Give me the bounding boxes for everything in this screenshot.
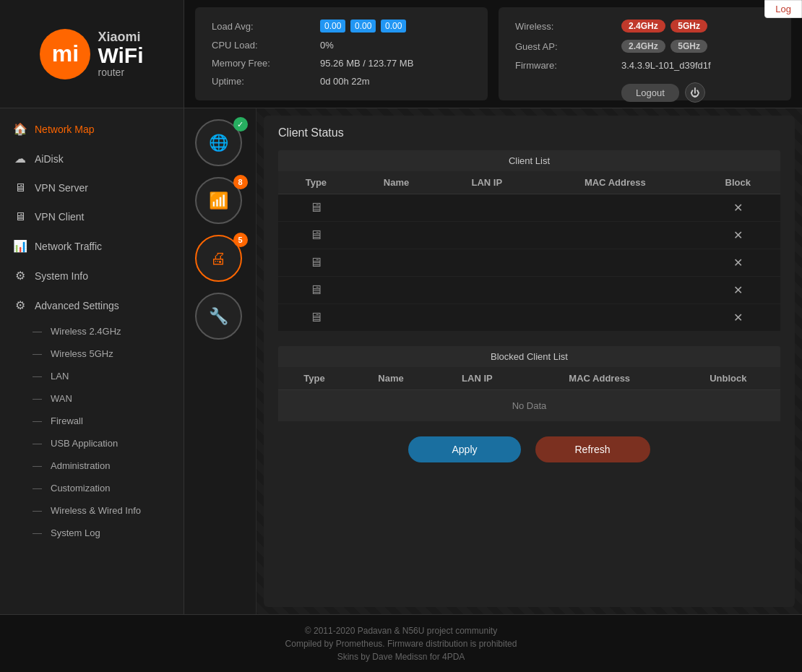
sidebar-item-vpn-server[interactable]: 🖥 VPN Server	[0, 173, 184, 202]
row-lan-ip	[439, 277, 535, 304]
sidebar-sub-lan[interactable]: — LAN	[0, 365, 184, 387]
sidebar-sub-wireless-wired-info[interactable]: — Wireless & Wired Info	[0, 499, 184, 522]
refresh-button[interactable]: Refresh	[535, 436, 650, 462]
sidebar-sub-customization[interactable]: — Customization	[0, 477, 184, 499]
sidebar-sub-usb-application[interactable]: — USB Application	[0, 432, 184, 455]
sidebar-item-network-traffic[interactable]: 📊 Network Traffic	[0, 231, 184, 261]
row-type-icon: 🖥	[278, 194, 354, 222]
row-name	[354, 277, 439, 304]
col-mac: MAC Address	[535, 171, 695, 194]
row-type-icon: 🖥	[278, 304, 354, 332]
content-row: 🌐 ✓ 📶 8 🖨	[184, 108, 802, 614]
wifi-icon-wrapper[interactable]: 📶 8	[195, 177, 246, 228]
logo-text: Xiaomi WiFi router	[98, 30, 143, 78]
sidebar-sub-wireless-24[interactable]: — Wireless 2.4GHz	[0, 320, 184, 343]
blocked-col-lan-ip: LAN IP	[431, 367, 523, 390]
row-block[interactable]: ✕	[695, 194, 780, 222]
footer-line1: © 2011-2020 Padavan & N56U project commu…	[9, 626, 793, 636]
guest-5ghz-badge: 5GHz	[671, 40, 707, 53]
memory-free-label: Memory Free:	[206, 54, 314, 72]
sidebar-sub-wan[interactable]: — WAN	[0, 387, 184, 410]
devices-icon-wrapper[interactable]: 🖨 5	[195, 235, 246, 285]
row-lan-ip	[439, 194, 535, 222]
col-type: Type	[278, 171, 354, 194]
no-data-row: No Data	[278, 390, 780, 422]
sidebar-sub-administration[interactable]: — Administration	[0, 455, 184, 477]
row-name	[354, 194, 439, 222]
sidebar-item-vpn-client[interactable]: 🖥 VPN Client	[0, 202, 184, 231]
row-block[interactable]: ✕	[695, 277, 780, 304]
table-row: 🖥 ✕	[278, 249, 780, 277]
top-bar: mi Xiaomi WiFi router Load Avg: 0.00 0.0…	[0, 0, 802, 108]
guest-ap-badges: 2.4GHz 5GHz	[616, 36, 780, 56]
blocked-col-type: Type	[278, 367, 350, 390]
cpu-load-value: 0%	[314, 36, 477, 54]
action-buttons: Apply Refresh	[278, 436, 780, 470]
info-icon: ⚙	[13, 269, 27, 283]
apply-button[interactable]: Apply	[408, 436, 520, 462]
table-row: 🖥 ✕	[278, 304, 780, 332]
devices-count-badge: 5	[233, 233, 248, 247]
sidebar-item-aidisk[interactable]: ☁ AiDisk	[0, 144, 184, 173]
table-row: 🖥 ✕	[278, 194, 780, 222]
wifi-count-badge: 8	[233, 175, 248, 189]
logo-area: mi Xiaomi WiFi router	[0, 0, 184, 108]
memory-free-value: 95.26 MB / 123.77 MB	[314, 54, 477, 72]
row-block[interactable]: ✕	[695, 249, 780, 277]
row-name	[354, 249, 439, 277]
client-list-section-title: Client List	[278, 150, 780, 171]
home-icon: 🏠	[13, 122, 27, 136]
client-list-table: Type Name LAN IP MAC Address Block 🖥	[278, 171, 780, 332]
col-name: Name	[354, 171, 439, 194]
row-block[interactable]: ✕	[695, 222, 780, 249]
sidebar-sub-system-log[interactable]: — System Log	[0, 522, 184, 544]
settings-icon-wrapper[interactable]: 🔧	[195, 293, 246, 343]
row-mac	[535, 194, 695, 222]
cloud-icon: ☁	[13, 152, 27, 165]
no-data-cell: No Data	[278, 390, 780, 422]
wireless-panel: Wireless: 2.4GHz 5GHz Guest AP: 2.4GHz 5…	[499, 7, 791, 100]
row-mac	[535, 222, 695, 249]
sidebar-item-system-info[interactable]: ⚙ System Info	[0, 261, 184, 290]
sidebar-item-network-map[interactable]: 🏠 Network Map	[0, 114, 184, 144]
sidebar-sub-firewall[interactable]: — Firewall	[0, 410, 184, 432]
load-avg-values: 0.00 0.00 0.00	[314, 16, 477, 36]
blocked-col-name: Name	[350, 367, 431, 390]
power-button[interactable]: ⏻	[685, 82, 705, 103]
logout-row: Logout ⏻	[621, 82, 775, 103]
row-name	[354, 222, 439, 249]
client-status-panel: Client Status Client List Type Name LAN …	[264, 116, 795, 607]
table-row: 🖥 ✕	[278, 222, 780, 249]
logout-button[interactable]: Logout	[621, 84, 679, 102]
table-row: 🖥 ✕	[278, 277, 780, 304]
footer-line2: Compiled by Prometheus. Firmware distrib…	[9, 639, 793, 649]
row-type-icon: 🖥	[278, 277, 354, 304]
load-avg-1: 0.00	[320, 20, 345, 33]
sidebar-item-advanced-settings[interactable]: ⚙ Advanced Settings	[0, 290, 184, 320]
wireless-2ghz-badge: 2.4GHz	[621, 20, 665, 33]
load-avg-label: Load Avg:	[206, 16, 314, 36]
internet-check-badge: ✓	[233, 117, 248, 132]
system-stats-panel: Load Avg: 0.00 0.00 0.00 CPU Load: 0% Me…	[195, 7, 488, 100]
sidebar: 🏠 Network Map ☁ AiDisk 🖥 VPN Server 🖥 VP…	[0, 108, 184, 614]
cpu-load-label: CPU Load:	[206, 36, 314, 54]
uptime-label: Uptime:	[206, 72, 314, 90]
footer: © 2011-2020 Padavan & N56U project commu…	[0, 614, 802, 672]
row-lan-ip	[439, 249, 535, 277]
sidebar-sub-wireless-5[interactable]: — Wireless 5GHz	[0, 343, 184, 365]
client-icon: 🖥	[13, 210, 27, 223]
internet-icon-wrapper[interactable]: 🌐 ✓	[195, 119, 246, 170]
blocked-client-table: Type Name LAN IP MAC Address Unblock No …	[278, 367, 780, 422]
uptime-value: 0d 00h 22m	[314, 72, 477, 90]
load-avg-2: 0.00	[350, 20, 376, 33]
row-name	[354, 304, 439, 332]
wireless-5ghz-badge: 5GHz	[671, 20, 707, 33]
row-mac	[535, 277, 695, 304]
row-block[interactable]: ✕	[695, 304, 780, 332]
guest-2ghz-badge: 2.4GHz	[621, 40, 665, 53]
row-type-icon: 🖥	[278, 222, 354, 249]
guest-ap-label: Guest AP:	[509, 36, 616, 56]
log-button[interactable]: Log	[764, 0, 802, 18]
footer-line3: Skins by Dave Medissn for 4PDA	[9, 652, 793, 662]
blocked-col-unblock: Unblock	[676, 367, 780, 390]
